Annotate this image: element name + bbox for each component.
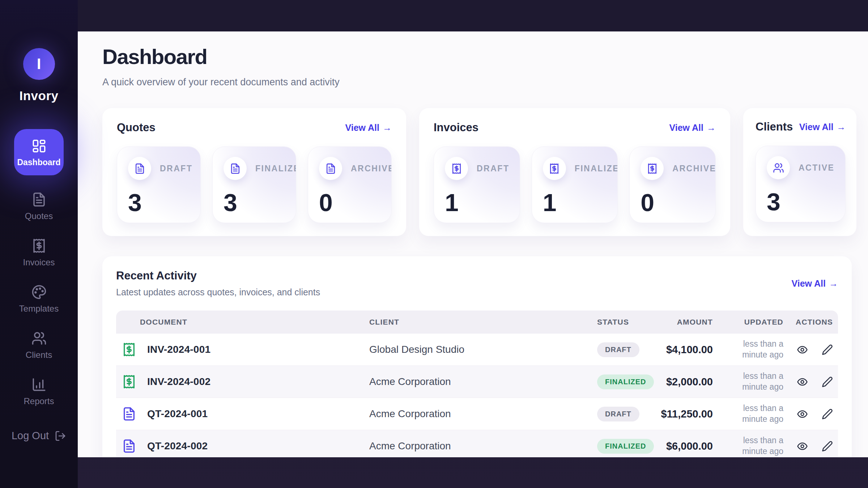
updated-time: less than a minute ago [713, 435, 783, 457]
edit-icon[interactable] [822, 344, 833, 355]
invoices-card: Invoices View All → DRAFT 1 [419, 108, 730, 236]
sidebar-item-quotes[interactable]: Quotes [12, 192, 66, 221]
table-row[interactable]: QT-2024-001 Acme Corporation DRAFT $11,2… [116, 398, 838, 430]
column-header-status: STATUS [597, 318, 651, 326]
invoices-draft-tile: DRAFT 1 [434, 146, 520, 223]
stat-label: DRAFT [160, 164, 192, 174]
arrow-right-icon: → [837, 122, 846, 132]
document-id: QT-2024-001 [147, 408, 208, 420]
receipt-icon [31, 238, 47, 253]
clients-card: Clients View All → ACTIVE 3 [743, 108, 856, 236]
stat-value: 1 [543, 190, 607, 215]
sidebar-item-templates[interactable]: Templates [12, 284, 66, 314]
stat-value: 3 [224, 190, 285, 215]
sidebar-item-label: Templates [19, 304, 59, 314]
stat-value: 0 [641, 190, 705, 215]
amount: $4,100.00 [651, 344, 713, 356]
clients-view-all-link[interactable]: View All → [799, 122, 846, 132]
receipt-icon [122, 374, 136, 389]
table-row[interactable]: QT-2024-002 Acme Corporation FINALIZED $… [116, 430, 838, 457]
stat-label: DRAFT [477, 164, 509, 174]
edit-icon[interactable] [822, 408, 833, 420]
view-icon[interactable] [797, 441, 808, 452]
activity-table: DOCUMENT CLIENT STATUS AMOUNT UPDATED AC… [116, 311, 838, 457]
column-header-updated: UPDATED [713, 318, 783, 326]
arrow-right-icon: → [383, 123, 392, 133]
view-all-label: View All [345, 123, 379, 133]
clients-active-tile: ACTIVE 3 [756, 146, 846, 222]
brand-logo: I [23, 48, 55, 80]
file-text-icon [122, 407, 136, 421]
document-id: INV-2024-001 [147, 344, 210, 355]
view-icon[interactable] [797, 344, 808, 355]
amount: $2,000.00 [651, 376, 713, 388]
status-badge: FINALIZED [597, 374, 654, 389]
updated-time: less than a minute ago [713, 371, 783, 393]
sidebar-item-label: Quotes [25, 211, 53, 221]
sidebar-item-label: Dashboard [17, 158, 60, 167]
sidebar-item-clients[interactable]: Clients [12, 331, 66, 360]
status-badge: FINALIZED [597, 439, 654, 454]
client-name: Global Design Studio [369, 344, 597, 355]
sidebar-item-label: Reports [24, 396, 54, 406]
client-name: Acme Corporation [369, 440, 597, 452]
file-text-icon [128, 157, 151, 180]
sidebar-item-reports[interactable]: Reports [12, 377, 66, 406]
sidebar-item-dashboard[interactable]: Dashboard [14, 129, 64, 175]
receipt-icon [445, 157, 468, 180]
table-row[interactable]: INV-2024-001 Global Design Studio DRAFT … [116, 334, 838, 366]
amount: $11,250.00 [651, 408, 713, 420]
amount: $6,000.00 [651, 440, 713, 452]
logout-label: Log Out [12, 430, 49, 442]
status-badge: DRAFT [597, 342, 639, 357]
view-all-label: View All [792, 278, 826, 289]
stat-label: ARCHIVED [351, 164, 392, 174]
view-all-label: View All [669, 123, 703, 133]
column-header-amount: AMOUNT [651, 318, 713, 326]
status-badge: DRAFT [597, 407, 639, 421]
users-icon [767, 156, 790, 179]
stat-label: FINALIZED [255, 164, 296, 174]
view-icon[interactable] [797, 408, 808, 420]
quotes-archived-tile: ARCHIVED 0 [308, 146, 392, 223]
stat-value: 3 [767, 189, 834, 214]
stat-label: ARCHIVED [672, 164, 716, 174]
edit-icon[interactable] [822, 441, 833, 452]
logout-button[interactable]: Log Out [12, 430, 66, 442]
view-all-label: View All [799, 122, 833, 132]
updated-time: less than a minute ago [713, 339, 783, 360]
brand-initial: I [37, 55, 41, 73]
clients-card-title: Clients [756, 120, 793, 133]
quotes-view-all-link[interactable]: View All → [345, 123, 392, 133]
receipt-icon [122, 342, 136, 357]
sidebar: I Invory Dashboard Quotes Invoices Templ… [0, 0, 78, 488]
main-content: Dashboard A quick overview of your recen… [78, 31, 868, 457]
sidebar-item-invoices[interactable]: Invoices [12, 238, 66, 267]
file-text-icon [319, 157, 342, 180]
invoices-card-title: Invoices [434, 121, 478, 134]
column-header-client: CLIENT [369, 318, 597, 326]
client-name: Acme Corporation [369, 408, 597, 420]
invoices-view-all-link[interactable]: View All → [669, 123, 716, 133]
brand-name: Invory [19, 89, 58, 103]
table-row[interactable]: INV-2024-002 Acme Corporation FINALIZED … [116, 366, 838, 398]
activity-view-all-link[interactable]: View All → [792, 278, 838, 289]
bar-chart-icon [31, 377, 47, 392]
stat-label: ACTIVE [799, 163, 834, 173]
invoices-archived-tile: ARCHIVED 0 [629, 146, 716, 223]
file-text-icon [122, 439, 136, 453]
view-icon[interactable] [797, 376, 808, 388]
logout-icon [55, 430, 66, 442]
column-header-actions: ACTIONS [783, 318, 838, 326]
table-header-row: DOCUMENT CLIENT STATUS AMOUNT UPDATED AC… [116, 311, 838, 334]
recent-activity-title: Recent Activity [116, 269, 320, 282]
page-title: Dashboard [102, 44, 852, 69]
app-window: I Invory Dashboard Quotes Invoices Templ… [0, 0, 868, 488]
sidebar-item-label: Invoices [23, 257, 55, 267]
page-subtitle: A quick overview of your recent document… [102, 77, 852, 88]
palette-icon [31, 284, 47, 300]
quotes-finalized-tile: FINALIZED 3 [212, 146, 296, 223]
sidebar-item-label: Clients [26, 350, 52, 360]
file-text-icon [31, 192, 47, 207]
edit-icon[interactable] [822, 376, 833, 388]
